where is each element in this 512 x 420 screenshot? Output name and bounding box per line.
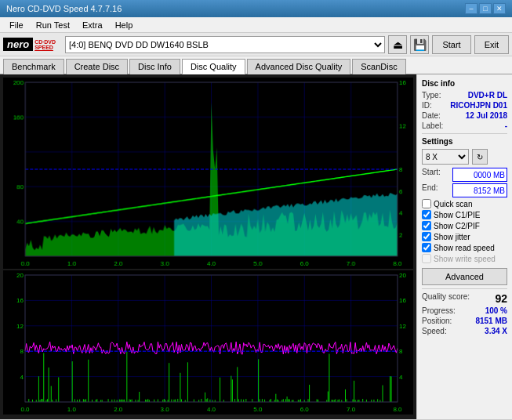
speed-selector[interactable]: 8 X [422,149,469,165]
title-bar-text: Nero CD-DVD Speed 4.7.7.16 [6,4,122,13]
show-jitter-row: Show jitter [422,232,507,241]
position-label: Position: [422,317,452,325]
start-mb-row: Start: [422,168,507,182]
settings-refresh-button[interactable]: ↻ [472,149,488,165]
window-controls: – □ ✕ [465,3,506,14]
show-read-speed-label: Show read speed [434,244,495,252]
disc-id-label: ID: [422,101,432,110]
lower-chart [3,270,413,415]
show-c2pif-label: Show C2/PIF [434,222,480,230]
eject-icon-button[interactable]: ⏏ [388,35,407,54]
divider-1 [422,133,507,134]
drive-selector[interactable]: [4:0] BENQ DVD DD DW1640 BSLB [65,36,385,53]
end-mb-input[interactable] [452,183,507,197]
disc-date-label: Date: [422,111,441,120]
speed-settings-row: 8 X ↻ [422,149,507,165]
close-button[interactable]: ✕ [493,3,506,14]
tab-disc-quality[interactable]: Disc Quality [182,59,245,74]
menu-extra[interactable]: Extra [76,19,109,31]
chart-area [0,74,416,419]
show-write-speed-label: Show write speed [434,255,496,263]
menu-run-test[interactable]: Run Test [30,19,76,31]
position-row: Position: 8151 MB [422,317,507,325]
show-c1pie-label: Show C1/PIE [434,211,480,219]
disc-type-label: Type: [422,91,441,100]
title-bar: Nero CD-DVD Speed 4.7.7.16 – □ ✕ [0,0,512,17]
speed-value: 3.34 X [485,327,507,335]
start-mb-label: Start: [422,168,441,182]
show-write-speed-checkbox [422,254,431,263]
disc-type-value: DVD+R DL [468,91,507,100]
disc-date-row: Date: 12 Jul 2018 [422,111,507,120]
tab-scandisc[interactable]: ScanDisc [352,59,405,74]
nero-logo: nero CD·DVD SPEED [3,38,56,51]
show-read-speed-checkbox[interactable] [422,243,431,252]
speed-row: Speed: 3.34 X [422,327,507,335]
tab-advanced-disc-quality[interactable]: Advanced Disc Quality [247,59,351,74]
disc-info-title: Disc info [422,79,507,88]
show-jitter-label: Show jitter [434,233,470,241]
disc-id-row: ID: RICOHJPN D01 [422,101,507,110]
minimize-button[interactable]: – [465,3,478,14]
menu-file[interactable]: File [3,19,30,31]
quick-scan-label: Quick scan [434,200,472,208]
show-c2pif-checkbox[interactable] [422,221,431,230]
nero-brand: nero [3,38,33,51]
exit-button[interactable]: Exit [474,35,509,54]
upper-chart [3,78,413,269]
show-jitter-checkbox[interactable] [422,232,431,241]
progress-value: 100 % [485,306,507,315]
position-value: 8151 MB [475,317,507,325]
disc-label-row: Label: - [422,121,507,130]
start-mb-input[interactable] [452,168,507,182]
advanced-button[interactable]: Advanced [422,268,507,285]
disc-label-label: Label: [422,121,443,130]
toolbar: nero CD·DVD SPEED [4:0] BENQ DVD DD DW16… [0,33,512,56]
show-read-speed-row: Show read speed [422,243,507,252]
show-c2pif-row: Show C2/PIF [422,221,507,230]
quick-scan-checkbox[interactable] [422,199,431,208]
menu-help[interactable]: Help [109,19,140,31]
show-c1pie-checkbox[interactable] [422,210,431,219]
end-mb-row: End: [422,183,507,197]
nero-sub-brand: CD·DVD SPEED [34,39,56,50]
settings-title: Settings [422,137,507,146]
divider-2 [422,288,507,289]
disc-date-value: 12 Jul 2018 [466,111,507,120]
progress-row: Progress: 100 % [422,306,507,315]
menu-bar: File Run Test Extra Help [0,17,512,33]
end-mb-label: End: [422,183,438,197]
side-panel: Disc info Type: DVD+R DL ID: RICOHJPN D0… [416,74,512,419]
quality-score-value: 92 [495,292,507,305]
show-c1pie-row: Show C1/PIE [422,210,507,219]
quality-score-row: Quality score: 92 [422,292,507,305]
tab-disc-info[interactable]: Disc Info [129,59,180,74]
speed-label: Speed: [422,327,447,335]
quality-score-label: Quality score: [422,292,470,305]
save-icon-button[interactable]: 💾 [410,35,429,54]
show-write-speed-row: Show write speed [422,254,507,263]
disc-type-row: Type: DVD+R DL [422,91,507,100]
maximize-button[interactable]: □ [479,3,492,14]
main-content: Disc info Type: DVD+R DL ID: RICOHJPN D0… [0,74,512,419]
quick-scan-row: Quick scan [422,199,507,208]
start-button[interactable]: Start [432,35,470,54]
tab-create-disc[interactable]: Create Disc [66,59,128,74]
progress-label: Progress: [422,306,456,315]
tab-bar: Benchmark Create Disc Disc Info Disc Qua… [0,56,512,74]
disc-label-value: - [505,121,507,130]
disc-id-value: RICOHJPN D01 [450,101,507,110]
tab-benchmark[interactable]: Benchmark [3,59,64,74]
